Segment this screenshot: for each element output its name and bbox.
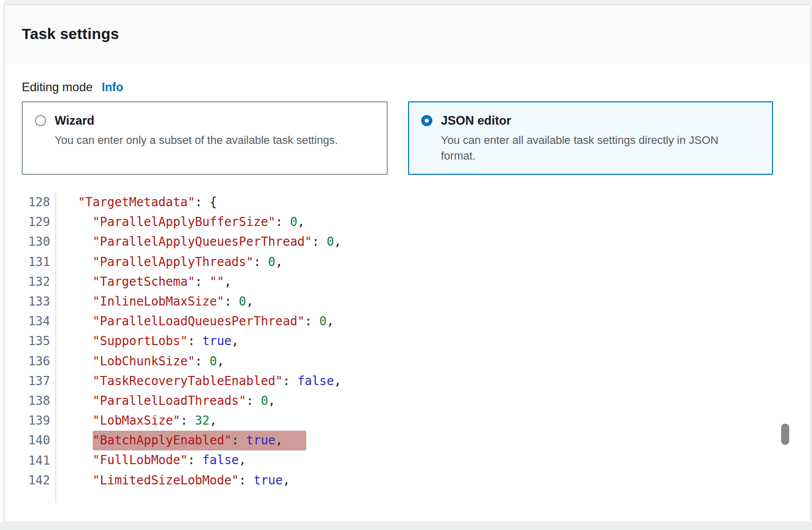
code-token — [63, 215, 93, 229]
page-background-strip-top — [4, 0, 812, 5]
code-token: "TargetMetadata" — [78, 195, 195, 209]
code-token — [63, 433, 93, 447]
code-line[interactable]: "ParallelApplyBufferSize": 0, — [63, 212, 341, 232]
code-token: "ParallelApplyQueuesPerThread" — [93, 235, 312, 249]
tile-json-editor[interactable]: JSON editor You can enter all available … — [408, 101, 773, 175]
page: Task settings Editing mode Info Wizard Y… — [0, 0, 812, 530]
code-token: : — [224, 294, 239, 309]
code-token: "" — [210, 275, 224, 289]
scrollbar-thumb[interactable] — [781, 424, 789, 445]
code-token: , — [210, 413, 217, 428]
line-number: 135 — [22, 331, 50, 351]
code-line[interactable]: "TargetSchema": "", — [63, 272, 341, 292]
code-token: "LobChunkSize" — [93, 354, 195, 368]
line-number: 141 — [22, 451, 50, 471]
line-number: 128 — [22, 193, 50, 212]
line-number: 134 — [22, 312, 50, 331]
code-token: , — [246, 294, 253, 309]
code-token: : — [195, 275, 210, 289]
line-number: 138 — [22, 391, 50, 411]
code-token — [63, 255, 93, 269]
code-token — [63, 374, 93, 388]
code-token: , — [231, 334, 238, 348]
search-highlight: "BatchApplyEnabled": true, — [93, 431, 306, 450]
code-token: "BatchApplyEnabled" — [93, 433, 232, 447]
code-line[interactable]: "ParallelApplyThreads": 0, — [63, 252, 341, 272]
tile-wizard[interactable]: Wizard You can enter only a subset of th… — [22, 101, 388, 175]
code-token: : — [312, 235, 327, 249]
code-token: true — [246, 433, 275, 447]
code-line[interactable]: "TargetMetadata": { — [63, 193, 341, 212]
code-token: 0 — [290, 215, 297, 229]
code-token: false — [297, 374, 334, 388]
code-line[interactable]: "ParallelLoadQueuesPerThread": 0, — [63, 312, 341, 331]
line-number: 131 — [22, 252, 50, 272]
code-token: : — [231, 433, 246, 447]
code-line[interactable]: "FullLobMode": false, — [63, 450, 341, 470]
code-line[interactable]: "LobMaxSize": 32, — [63, 411, 341, 431]
code-token — [63, 473, 93, 487]
code-token — [63, 275, 93, 289]
code-token: , — [334, 235, 341, 249]
code-token: : — [188, 334, 202, 348]
code-token: : — [282, 374, 297, 388]
code-token: , — [297, 215, 304, 229]
code-token: , — [282, 473, 290, 487]
code-line[interactable]: "ParallelApplyQueuesPerThread": 0, — [63, 232, 341, 252]
editing-mode-tiles: Wizard You can enter only a subset of th… — [22, 101, 810, 175]
code-token: : — [239, 473, 254, 487]
code-token: , — [268, 394, 275, 408]
code-token: , — [224, 275, 231, 289]
code-token: , — [239, 453, 246, 467]
code-gutter: 1281291301311321331341351361371381391401… — [22, 193, 56, 503]
json-editor-radio-icon[interactable] — [421, 115, 432, 126]
code-line[interactable]: "LimitedSizeLobMode": true, — [63, 471, 341, 490]
editing-mode-row: Editing mode Info — [22, 80, 810, 94]
code-token: true — [202, 334, 232, 348]
code-token: "LobMaxSize" — [93, 413, 180, 428]
code-token: "TargetSchema" — [93, 275, 195, 289]
code-line[interactable]: "TaskRecoveryTableEnabled": false, — [63, 371, 341, 391]
code-token: false — [202, 453, 239, 467]
code-token: "TaskRecoveryTableEnabled" — [93, 374, 283, 388]
code-token: : — [195, 354, 210, 368]
line-number: 136 — [22, 352, 50, 371]
line-number: 139 — [22, 411, 50, 431]
tile-json-editor-title: JSON editor — [441, 113, 511, 128]
line-number: 132 — [22, 272, 50, 292]
task-settings-panel: Task settings Editing mode Info Wizard Y… — [4, 5, 811, 522]
code-token: : — [275, 215, 290, 229]
code-line[interactable]: "LobChunkSize": 0, — [63, 352, 341, 371]
info-link[interactable]: Info — [102, 81, 123, 94]
code-token: "FullLobMode" — [93, 453, 188, 467]
editing-mode-label: Editing mode — [22, 80, 93, 94]
code-line[interactable]: "InlineLobMaxSize": 0, — [63, 292, 341, 312]
code-token: 0 — [261, 394, 268, 408]
code-token: 32 — [195, 413, 210, 428]
panel-title: Task settings — [22, 25, 119, 43]
wizard-radio-icon[interactable] — [35, 115, 46, 126]
code-token: , — [327, 314, 334, 328]
line-number: 142 — [22, 471, 50, 490]
code-token: : — [254, 255, 268, 269]
code-line[interactable]: "SupportLobs": true, — [63, 331, 341, 351]
code-token: , — [217, 354, 224, 368]
code-line[interactable]: "BatchApplyEnabled": true, — [63, 431, 341, 450]
code-token: : — [195, 195, 210, 209]
code-token: "ParallelApplyBufferSize" — [93, 215, 275, 229]
code-token: 0 — [239, 294, 246, 309]
code-token: : — [188, 453, 202, 467]
code-line[interactable]: "ParallelLoadThreads": 0, — [63, 391, 341, 411]
code-token: , — [275, 433, 282, 447]
code-token — [63, 294, 93, 309]
line-number: 133 — [22, 292, 50, 312]
code-token: "ParallelLoadQueuesPerThread" — [93, 314, 305, 328]
tile-wizard-description: You can enter only a subset of the avail… — [55, 132, 370, 148]
code-token: "SupportLobs" — [93, 334, 188, 348]
line-number: 129 — [22, 212, 50, 232]
json-code-editor[interactable]: 1281291301311321331341351361371381391401… — [22, 193, 810, 503]
code-lines[interactable]: "TargetMetadata": { "ParallelApplyBuffer… — [56, 193, 341, 503]
code-token: "ParallelLoadThreads" — [93, 394, 246, 408]
code-token — [63, 394, 93, 408]
code-token: true — [254, 473, 283, 487]
